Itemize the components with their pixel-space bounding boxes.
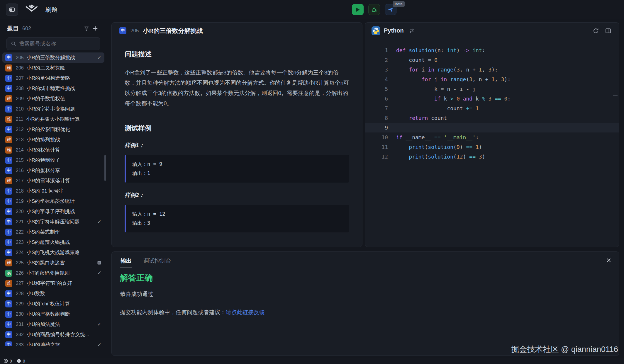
problem-list-item[interactable]: 中219小S的坐标系菱形统计 (2, 196, 104, 206)
problem-list-item[interactable]: 中224小S的飞机大战游戏策略 (2, 247, 104, 258)
problem-id: 222 (16, 229, 24, 235)
problem-list-item[interactable]: 中210小R的字符串变换问题 (2, 104, 104, 114)
beta-badge: Beta (393, 1, 405, 7)
warning-icon[interactable] (17, 359, 21, 363)
problem-title: 小T的密码变换规则 (27, 270, 95, 276)
swap-language-button[interactable] (407, 26, 416, 35)
problem-id: 223 (16, 240, 24, 245)
play-icon (355, 7, 360, 12)
problem-list-item[interactable]: 难217小R的雪球滚落计算 (2, 176, 104, 186)
run-button[interactable] (352, 4, 364, 15)
code-line[interactable]: 12 print(solution(12) == 3) (365, 152, 619, 161)
problem-id: 227 (16, 281, 24, 286)
problem-list-item[interactable]: 中223小S的超辣火锅挑战 (2, 237, 104, 247)
submit-button[interactable]: Beta (385, 4, 396, 15)
warning-count: 0 (23, 359, 25, 363)
sample-label: 样例1： (125, 142, 349, 149)
problem-list-item[interactable]: 易226小T的密码变换规则✓ (2, 268, 104, 278)
overview-ruler-mark (613, 95, 618, 96)
problem-list-item[interactable]: 难211小R的并集大小期望计算 (2, 114, 104, 124)
sidebar-toggle-button[interactable] (6, 4, 18, 16)
problem-id: 212 (16, 127, 24, 132)
code-line[interactable]: 1def solution(n: int) -> int: (365, 45, 619, 55)
code-text: if __name__ == '__main__': (388, 132, 479, 142)
error-icon[interactable] (4, 359, 8, 363)
reset-code-button[interactable] (591, 26, 600, 35)
problem-list-item[interactable]: 难209小R的子数组权值 (2, 93, 104, 104)
debug-button[interactable] (368, 4, 380, 15)
problem-list-item[interactable]: 中232小U的商品编号特殊含义统... (2, 329, 104, 340)
problem-list-item[interactable]: 中228小U数数 (2, 288, 104, 299)
console-tab[interactable]: 调试控制台 (143, 253, 172, 268)
problem-list-item[interactable]: 难206小R的二叉树探险 (2, 63, 104, 73)
difficulty-badge: 难 (5, 280, 12, 287)
filter-button[interactable] (82, 24, 91, 33)
problem-list-item[interactable]: 中221小S的字符串解压缩问题✓ (2, 217, 104, 227)
problem-id: 224 (16, 250, 24, 255)
code-line[interactable]: 7 count += 1 (365, 103, 619, 113)
difficulty-badge: 中 (5, 106, 12, 113)
search-box[interactable] (6, 37, 100, 50)
search-input[interactable] (19, 41, 96, 47)
code-line[interactable]: 5 k = n - i - j (365, 84, 619, 94)
problem-body: 问题描述 小R拿到了一些正整数，这些正整数都是3的倍数。他需要将每一个数n分解为… (112, 39, 362, 243)
code-line[interactable]: 2 count = 0 (365, 55, 619, 65)
problem-id: 216 (16, 168, 24, 173)
code-line[interactable]: 11 print(solution(9) == 1) (365, 142, 619, 152)
sidebar-scrollbar[interactable] (104, 155, 106, 181)
console-close-button[interactable] (604, 256, 613, 265)
console-tab[interactable]: 输出 (120, 253, 132, 268)
problem-list-item[interactable]: 中216小R的蛋糕分享 (2, 165, 104, 176)
difficulty-badge: 中 (5, 167, 12, 174)
feedback-link[interactable]: 请点此链接反馈 (226, 309, 265, 315)
split-view-button[interactable] (604, 26, 613, 35)
filter-icon (84, 25, 89, 31)
problem-id: 209 (16, 96, 24, 101)
problem-list-item[interactable]: 难225小S的黑白块迷宫 (2, 258, 104, 268)
problem-list-item[interactable]: 难214小R的权值计算 (2, 145, 104, 155)
code-line[interactable]: 4 for j in range(3, n + 1, 3): (365, 74, 619, 84)
editor-header: Python (365, 23, 619, 39)
difficulty-badge: 中 (5, 321, 12, 328)
difficulty-badge: 中 (5, 157, 12, 164)
problem-list-item[interactable]: 中208小R的城市稳定性挑战 (2, 83, 104, 93)
split-view-icon (605, 28, 611, 34)
difficulty-badge: 难 (5, 116, 12, 123)
code-editor[interactable]: 1def solution(n: int) -> int:2 count = 0… (365, 39, 619, 247)
difficulty-badge: 中 (5, 331, 12, 338)
line-number: 6 (365, 94, 388, 103)
problem-id: 225 (16, 260, 24, 266)
problem-title: 小U和字符"R"的喜好 (27, 280, 101, 287)
sample-input: 输入：n = 9 (132, 160, 343, 169)
problem-id: 213 (16, 137, 24, 142)
code-line[interactable]: 8 return count (365, 113, 619, 123)
problem-list-item[interactable]: 中220小S的字母子序列挑战 (2, 206, 104, 217)
problem-list-item[interactable]: 中207小R的单词构造策略 (2, 73, 104, 83)
line-number: 11 (365, 142, 388, 152)
problem-list-item[interactable]: 中233小U的地砖之旅✓ (2, 340, 104, 346)
problem-list-item[interactable]: 中231小U的加法魔法✓ (2, 319, 104, 329)
code-text: for j in range(3, n + 1, 3): (388, 74, 511, 84)
code-line[interactable]: 3 for i in range(3, n + 1, 3): (365, 65, 619, 74)
problem-list-item[interactable]: 中222小S的菜式制作 (2, 227, 104, 237)
problem-title: 小U数数 (27, 290, 101, 297)
python-icon (372, 26, 380, 35)
problem-list-item[interactable]: 中212小R的投影面积优化 (2, 124, 104, 135)
console-tabs: 输出调试控制台 (120, 253, 172, 268)
problem-list-item[interactable]: 中215小R的特制骰子 (2, 155, 104, 165)
code-line[interactable]: 9 (365, 123, 619, 132)
problem-list-item[interactable]: 中229小U的`chi`权值计算 (2, 299, 104, 309)
problem-list-item[interactable]: 中205小R的三倍数分解挑战✓ (2, 52, 104, 63)
add-problem-button[interactable] (91, 24, 100, 33)
difficulty-badge: 中 (5, 54, 12, 61)
problem-list-item[interactable]: 中230小U的严格数组判断 (2, 309, 104, 319)
problem-list-item[interactable]: 难213小R的排列挑战 (2, 135, 104, 145)
code-line[interactable]: 10if __name__ == '__main__': (365, 132, 619, 142)
problem-header: 中 205 小R的三倍数分解挑战 (112, 23, 362, 39)
refresh-icon (593, 28, 599, 34)
problem-list-item[interactable]: 中218小S的`01`问号串 (2, 186, 104, 196)
line-number: 7 (365, 103, 388, 113)
code-line[interactable]: 6 if k > 0 and k % 3 == 0: (365, 94, 619, 103)
feedback-line: 提交功能内测体验中，任何问题或者建议：请点此链接反馈 (120, 309, 611, 316)
problem-list-item[interactable]: 难227小U和字符"R"的喜好 (2, 278, 104, 288)
